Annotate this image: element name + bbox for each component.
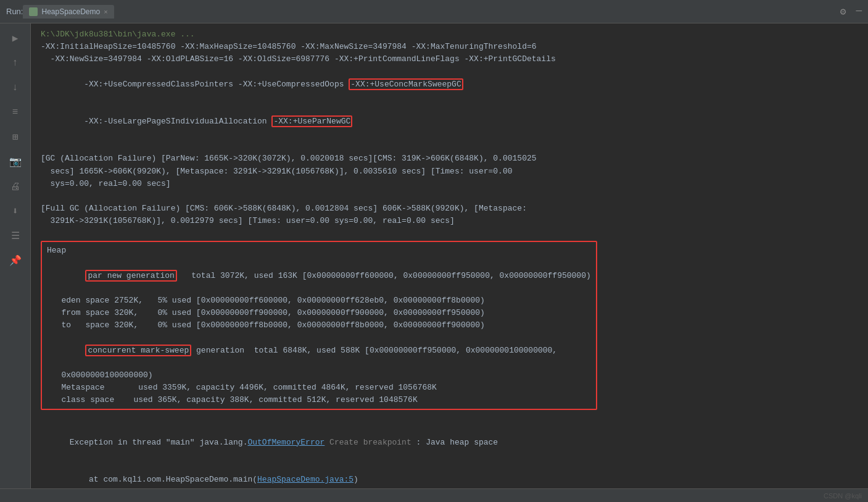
heapspacedemo-link[interactable]: HeapSpaceDemo.java:5 (257, 475, 353, 484)
run-button[interactable]: ▶ (6, 28, 25, 48)
parnew-flag-highlight: -XX:+UseParNewGC (271, 115, 352, 127)
bottom-bar: CSDN @kqli (0, 488, 868, 502)
camera-button[interactable]: 📷 (6, 152, 25, 172)
print-button[interactable]: 🖨 (6, 177, 25, 196)
empty-line-2 (41, 190, 862, 203)
create-breakpoint-text: Create breakpoint (324, 438, 411, 447)
format-button[interactable]: ≡ (6, 102, 25, 122)
tab-label: HeapSpaceDemo (41, 7, 100, 16)
cms-gen-line: concurrent mark-sweep generation total 6… (47, 332, 591, 369)
par-new-gen-highlight: par new generation (85, 270, 176, 282)
settings-icon[interactable]: ⚙ (840, 6, 846, 18)
gc-line3: sys=0.00, real=0.00 secs] (41, 178, 862, 190)
flags-prefix2: -XX:-UseLargePageSIndividualAllocation (70, 117, 272, 126)
empty-line-4 (41, 411, 862, 424)
tab-icon (29, 7, 38, 16)
main-content: ▶ ↑ ↓ ≡ ⊞ 📷 🖨 ⬇ ☰ 📌 K:\JDK\jdk8u381\bin\… (0, 23, 868, 488)
eden-space-line: eden space 2752K, 5% used [0x00000000ff6… (47, 295, 591, 307)
jvm-flags-line2: -XX:InitialHeapSize=10485760 -XX:MaxHeap… (41, 41, 862, 53)
scroll-down-button[interactable]: ↓ (6, 78, 25, 98)
jvm-flags-line4: -XX:+UseCompressedClassPointers -XX:+Use… (41, 65, 862, 102)
empty-line-1 (41, 140, 862, 153)
full-gc-line2: 3291K->3291K(1056768K)], 0.0012979 secs]… (41, 215, 862, 227)
cms-gen-highlight: concurrent mark-sweep (85, 345, 191, 356)
full-gc-line1: [Full GC (Allocation Failure) [CMS: 606K… (41, 203, 862, 215)
out-of-memory-error-link[interactable]: OutOfMemoryError (247, 438, 324, 447)
empty-line-3 (41, 227, 862, 240)
heap-label-line: Heap (47, 245, 591, 257)
at-line: at com.kqli.oom.HeapSpaceDemo.main(HeapS… (41, 461, 862, 488)
jvm-flags-line3: -XX:NewSize=3497984 -XX:OldPLABSize=16 -… (41, 53, 862, 65)
import-button[interactable]: ⬇ (6, 201, 25, 221)
watermark: CSDN @kqli (824, 492, 862, 500)
cms-flag-highlight: -XX:+UseConcMarkSweepGC (349, 78, 463, 90)
pin-button[interactable]: 📌 (6, 251, 25, 270)
java-command-line: K:\JDK\jdk8u381\bin\java.exe ... (41, 28, 862, 41)
at-prefix: at com.kqli.oom.HeapSpaceDemo.main( (70, 475, 257, 484)
class-space-line: class space used 365K, capacity 388K, co… (47, 394, 591, 406)
from-space-line: from space 320K, 0% used [0x00000000ff90… (47, 307, 591, 319)
tab-close-button[interactable]: × (104, 8, 107, 15)
side-toolbar: ▶ ↑ ↓ ≡ ⊞ 📷 🖨 ⬇ ☰ 📌 (0, 23, 31, 488)
flags-prefix: -XX:+UseCompressedClassPointers -XX:+Use… (70, 80, 349, 89)
metaspace-line: Metaspace used 3359K, capacity 4496K, co… (47, 382, 591, 394)
top-bar: Run: HeapSpaceDemo × ⚙ — (0, 0, 868, 23)
gc-line1: [GC (Allocation Failure) [ParNew: 1665K-… (41, 153, 862, 165)
exception-prefix: Exception in thread "main" java.lang. (70, 438, 248, 447)
at-end: ) (353, 475, 358, 484)
run-label: Run: (6, 7, 23, 16)
cms-line2: 0x0000000100000000) (47, 369, 591, 382)
top-bar-actions: ⚙ — (840, 6, 862, 18)
minimize-icon[interactable]: — (856, 6, 862, 18)
par-new-gen-line: par new generation total 3072K, used 163… (47, 257, 591, 295)
console-output: K:\JDK\jdk8u381\bin\java.exe ... -XX:Ini… (31, 23, 868, 488)
gc-line2: secs] 1665K->606K(9920K), [Metaspace: 32… (41, 165, 862, 178)
to-space-line: to space 320K, 0% used [0x00000000ff8b00… (47, 319, 591, 332)
heap-section-box: Heap par new generation total 3072K, use… (41, 241, 597, 410)
exception-line: Exception in thread "main" java.lang.Out… (41, 424, 862, 461)
list-button[interactable]: ☰ (6, 226, 25, 246)
jvm-flags-line5: -XX:-UseLargePageSIndividualAllocation -… (41, 103, 862, 140)
run-tab[interactable]: HeapSpaceDemo × (23, 5, 114, 19)
scroll-up-button[interactable]: ↑ (6, 53, 25, 73)
layout-button[interactable]: ⊞ (6, 127, 25, 147)
exception-suffix: : Java heap space (411, 438, 498, 447)
